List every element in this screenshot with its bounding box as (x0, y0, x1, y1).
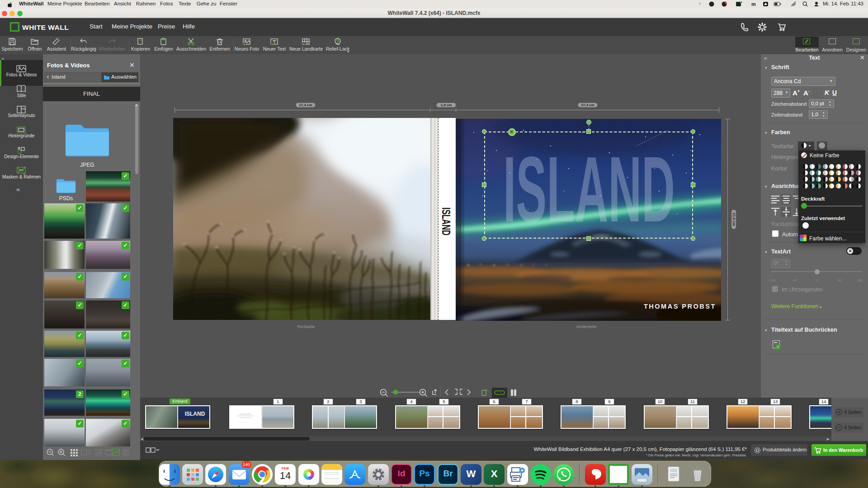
svg-text:THOMAS PROBST: THOMAS PROBST (644, 303, 716, 310)
svg-text:ISLAND: ISLAND (440, 207, 453, 235)
svg-text:m: m (751, 1, 756, 7)
